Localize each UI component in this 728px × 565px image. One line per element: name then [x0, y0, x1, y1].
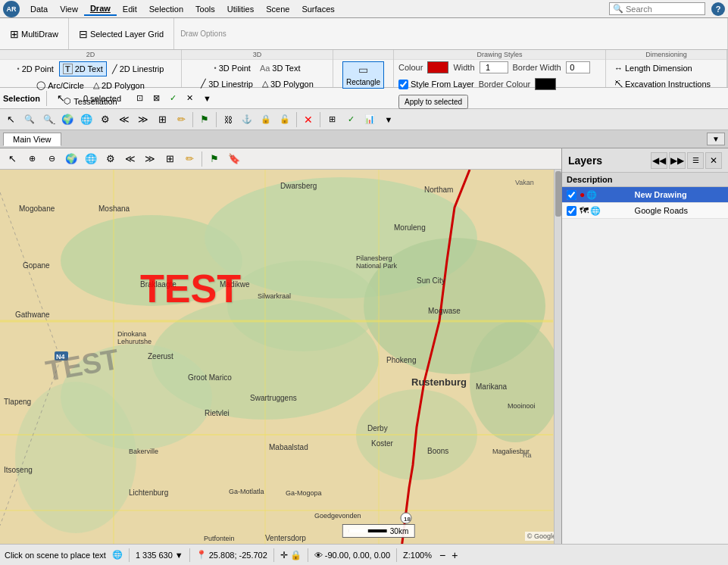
style-from-layer-checkbox[interactable] [398, 80, 408, 89]
drawing-styles-header: Drawing Styles [394, 50, 605, 60]
menu-data[interactable]: Data [24, 3, 54, 15]
tool-export[interactable]: 📊 [361, 111, 379, 129]
layers-back-btn[interactable]: ◀◀ [651, 152, 667, 169]
2d-linestrip-button[interactable]: ╱ 2D Linestrip [108, 62, 168, 76]
map-globe[interactable]: 🌍 [62, 150, 80, 168]
snap-icon-1[interactable]: ✛ [280, 550, 288, 560]
tool-forward[interactable]: ≫ [134, 111, 152, 129]
tool-globe-zoom[interactable]: 🌐 [77, 111, 95, 129]
menu-selection[interactable]: Selection [143, 3, 189, 15]
main-view-tab[interactable]: Main View [3, 133, 61, 146]
border-colour-swatch[interactable] [535, 78, 556, 90]
select-option-3[interactable]: ✓ [166, 91, 180, 105]
zoom-out-btn[interactable]: − [439, 549, 445, 561]
map-container[interactable]: ↖ ⊕ ⊖ 🌍 🌐 ⚙ ≪ ≫ ⊞ ✏ ⚑ 🔖 [0, 148, 561, 544]
selection-label: Selection [3, 94, 40, 103]
3d-point-button[interactable]: • 3D Point [211, 61, 255, 75]
menu-view[interactable]: View [54, 3, 84, 15]
map-settings[interactable]: ⚙ [102, 150, 120, 168]
menu-scene[interactable]: Scene [260, 3, 295, 15]
3d-text-button[interactable]: Aa 3D Text [256, 61, 305, 75]
map-bookmark[interactable]: 🔖 [225, 150, 243, 168]
tool-draw[interactable]: ✏ [172, 111, 190, 129]
layers-forward-btn[interactable]: ▶▶ [669, 152, 686, 169]
layers-close-btn[interactable]: ✕ [705, 152, 722, 169]
camera-coords-item: 👁 -90.00, 0.00, 0.00 [314, 551, 390, 560]
map-flag[interactable]: ⚑ [205, 150, 223, 168]
layer-name-1: New Drawing [630, 187, 728, 203]
2d-point-button[interactable]: • 2D Point [14, 62, 58, 76]
snap-icon-2[interactable]: 🔒 [290, 550, 302, 560]
select-option-4[interactable]: ✕ [183, 91, 197, 105]
map-back[interactable]: ≪ [121, 150, 139, 168]
border-width-input[interactable] [566, 61, 590, 73]
layer-visible-checkbox-2[interactable] [567, 206, 576, 216]
selected-layer-grid-button[interactable]: ⊟ Selected Layer Grid [75, 26, 167, 42]
icon-separator-2 [216, 112, 217, 127]
excavation-button[interactable]: ⛏ Excavation Instructions [611, 77, 722, 91]
map-zoom-in[interactable]: ⊕ [23, 150, 41, 168]
map-grid[interactable]: ⊞ [161, 150, 179, 168]
tool-globe[interactable]: 🌍 [58, 111, 77, 129]
tool-cancel[interactable]: ✕ [299, 111, 317, 129]
grid-icon: ⊟ [79, 28, 88, 40]
menu-surfaces[interactable]: Surfaces [295, 3, 340, 15]
coordinate-xy: 25.808; -25.702 [209, 551, 267, 560]
zoom-in-btn[interactable]: + [451, 549, 458, 561]
tool-check[interactable]: ✓ [342, 111, 360, 129]
tool-lock[interactable]: 🔒 [257, 111, 275, 129]
coordinate-x-item: 1 335 630 ▼ [136, 551, 183, 560]
tool-more[interactable]: ▼ [380, 111, 398, 129]
layer-row-new-drawing[interactable]: ● 🌐 New Drawing [562, 187, 728, 203]
select-option-2[interactable]: ⊠ [149, 91, 164, 105]
tool-zoom-in[interactable]: 🔍 [20, 111, 39, 129]
map-zoom-out[interactable]: ⊖ [42, 150, 61, 168]
dimensioning-header: Dimensioning [606, 50, 726, 60]
menu-edit[interactable]: Edit [117, 3, 143, 15]
scroll-thumb[interactable] [555, 171, 561, 217]
select-option-5[interactable]: ▼ [199, 91, 215, 105]
3d-linestrip-button[interactable]: ╱ 3D Linestrip [197, 76, 257, 91]
draw-options-label: Draw Options [180, 30, 227, 38]
excavation-icon: ⛏ [614, 80, 623, 89]
tool-table[interactable]: ⊞ [323, 111, 341, 129]
length-dimension-button[interactable]: ↔ Length Dimension [611, 61, 722, 75]
tool-link[interactable]: ⛓ [219, 111, 237, 129]
menu-tools[interactable]: Tools [189, 3, 221, 15]
tool-anchor[interactable]: ⚓ [238, 111, 256, 129]
tab-dropdown[interactable]: ▼ [707, 133, 725, 145]
layers-pin-btn[interactable]: ☰ [687, 152, 704, 169]
layer-visible-checkbox-1[interactable] [567, 190, 576, 200]
2d-text-button[interactable]: T 2D Text [59, 61, 107, 76]
status-sep-1 [129, 548, 130, 562]
menu-utilities[interactable]: Utilities [221, 3, 260, 15]
select-pointer[interactable]: ↖ [53, 90, 69, 106]
tool-flag[interactable]: ⚑ [195, 111, 214, 129]
colour-swatch[interactable] [427, 61, 448, 73]
map-pencil[interactable]: ✏ [180, 150, 198, 168]
tool-zoom-out[interactable]: 🔍- [39, 111, 58, 129]
layer-row-google-roads[interactable]: 🗺 🌐 Google Roads [562, 203, 728, 219]
map-globe2[interactable]: 🌐 [82, 150, 100, 168]
coord-dropdown[interactable]: ▼ [175, 551, 183, 560]
apply-selected-button[interactable]: Apply to selected [398, 95, 468, 109]
width-input[interactable] [480, 61, 508, 73]
multidraw-button[interactable]: ⊞ MultiDraw [6, 26, 62, 42]
tool-settings[interactable]: ⚙ [96, 111, 114, 129]
3d-polygon-button[interactable]: △ 3D Polygon [258, 76, 317, 91]
tool-back[interactable]: ≪ [115, 111, 133, 129]
3d-section-header: 3D [182, 50, 333, 60]
icon-separator-3 [296, 112, 297, 127]
help-button[interactable]: ? [711, 2, 725, 16]
select-option-1[interactable]: ⊡ [133, 91, 147, 105]
tool-pointer[interactable]: ↖ [2, 111, 20, 129]
tool-unlock[interactable]: 🔓 [276, 111, 294, 129]
rectangle-button[interactable]: ▭ Rectangle [342, 61, 384, 89]
map-scrollbar[interactable] [554, 170, 561, 544]
map-forward[interactable]: ≫ [141, 150, 159, 168]
tool-grid[interactable]: ⊞ [153, 111, 171, 129]
search-input[interactable] [626, 5, 701, 14]
menu-draw[interactable]: Draw [84, 2, 117, 16]
layer-color-icon-2: 🗺 [580, 205, 589, 216]
map-select-tool[interactable]: ↖ [3, 150, 21, 168]
